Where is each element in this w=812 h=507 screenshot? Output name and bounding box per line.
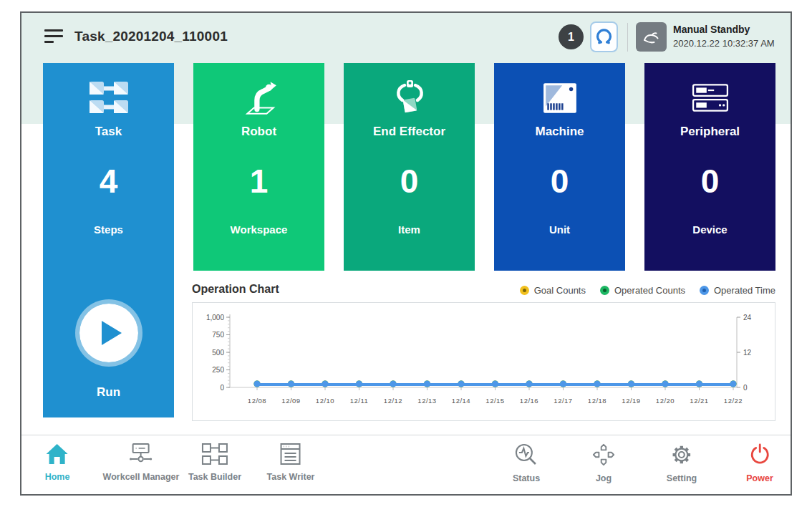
svg-text:12/13: 12/13 [417, 397, 436, 405]
svg-text:12/21: 12/21 [690, 397, 708, 405]
workcell-manager-icon [127, 443, 155, 465]
card-unit: Workspace [193, 223, 324, 236]
svg-text:12/19: 12/19 [622, 397, 640, 405]
nav-item-power[interactable]: Power [746, 443, 773, 483]
svg-text:0: 0 [220, 384, 224, 392]
task-steps-icon [43, 76, 174, 120]
svg-text:12/16: 12/16 [520, 397, 538, 405]
svg-text:12/10: 12/10 [316, 397, 334, 405]
svg-text:750: 750 [212, 331, 224, 339]
card-machine[interactable]: Machine 0 Unit [494, 63, 625, 271]
card-title: End Effector [344, 125, 475, 139]
gripper-button[interactable] [590, 21, 618, 52]
card-unit: Unit [494, 223, 625, 236]
card-title: Machine [494, 125, 625, 139]
goal-counts-dot [520, 286, 529, 295]
card-unit: Steps [43, 223, 174, 236]
play-icon [102, 321, 122, 345]
card-peripheral[interactable]: Peripheral 0 Device [644, 63, 775, 271]
legend-operated-counts: Operated Counts [600, 285, 685, 296]
card-unit: Item [344, 223, 475, 236]
svg-text:12/20: 12/20 [656, 397, 675, 405]
svg-text:1,000: 1,000 [206, 314, 224, 322]
nav-item-workcell-manager[interactable]: Workcell Manager [103, 443, 180, 482]
manual-mode-icon[interactable] [636, 22, 667, 52]
menu-icon[interactable] [44, 29, 63, 43]
operation-chart-plot: 02505007501,0000122412/0812/0912/1012/11… [193, 303, 775, 420]
svg-text:12/14: 12/14 [452, 397, 470, 405]
nav-divider [21, 435, 791, 435]
robot-mode-status: Manual Standby 2020.12.22 10:32:37 AM [673, 24, 775, 49]
card-task[interactable]: Task 4 Steps Run [43, 63, 174, 417]
card-count: 4 [43, 162, 174, 201]
card-robot[interactable]: Robot 1 Workspace [193, 63, 324, 271]
nav-item-setting[interactable]: Setting [667, 443, 697, 483]
task-writer-icon [279, 443, 303, 465]
run-label: Run [43, 385, 174, 400]
svg-text:12/18: 12/18 [588, 397, 606, 405]
end-effector-icon [344, 76, 475, 120]
peripheral-icon [644, 76, 775, 120]
chart-legend: Goal Counts Operated Counts Operated Tim… [520, 285, 775, 296]
nav-item-task-writer[interactable]: Task Writer [267, 443, 315, 482]
page-title: Task_20201204_110001 [74, 29, 228, 44]
mode-label: Manual Standby [673, 24, 775, 35]
card-count: 0 [494, 162, 625, 201]
setting-icon [669, 443, 695, 467]
operation-chart: 02505007501,0000122412/0812/0912/1012/11… [192, 302, 775, 421]
operated-counts-dot [600, 286, 609, 295]
robot-icon [193, 76, 324, 120]
nav-item-status[interactable]: Status [513, 443, 540, 483]
card-count: 0 [344, 162, 475, 201]
svg-text:12/11: 12/11 [350, 397, 369, 405]
svg-text:12/12: 12/12 [384, 397, 402, 405]
card-count: 1 [193, 162, 324, 201]
gripper-icon [594, 27, 614, 47]
card-title: Peripheral [644, 125, 775, 139]
nav-item-home[interactable]: Home [45, 443, 70, 482]
card-count: 0 [644, 162, 775, 201]
svg-text:12/08: 12/08 [248, 397, 266, 405]
nav-item-jog[interactable]: Jog [591, 443, 617, 483]
svg-text:250: 250 [212, 366, 224, 374]
status-icon [513, 443, 539, 467]
task-builder-icon [200, 443, 229, 465]
card-title: Task [43, 125, 174, 139]
card-unit: Device [644, 223, 775, 236]
notification-badge[interactable]: 1 [559, 24, 584, 49]
svg-text:12/09: 12/09 [281, 397, 300, 405]
mode-timestamp: 2020.12.22 10:32:37 AM [673, 38, 775, 49]
svg-text:24: 24 [743, 314, 752, 322]
header-divider [627, 23, 628, 52]
card-end-effector[interactable]: End Effector 0 Item [344, 63, 475, 271]
chart-title: Operation Chart [192, 283, 279, 296]
app-frame: Task_20201204_110001 1 Manual Standby 20… [20, 11, 792, 496]
svg-text:12/17: 12/17 [554, 397, 572, 405]
svg-text:0: 0 [743, 384, 748, 392]
legend-operated-time: Operated Time [700, 285, 775, 296]
card-title: Robot [193, 125, 324, 139]
svg-text:500: 500 [212, 349, 224, 357]
legend-goal-counts: Goal Counts [520, 285, 586, 296]
machine-icon [494, 76, 625, 120]
svg-text:12/22: 12/22 [724, 397, 743, 405]
home-icon [45, 443, 69, 465]
operated-time-dot [700, 286, 709, 295]
nav-item-task-builder[interactable]: Task Builder [188, 443, 241, 482]
svg-text:12/15: 12/15 [485, 397, 504, 405]
run-button[interactable] [75, 299, 142, 367]
hand-icon [642, 28, 662, 47]
jog-icon [591, 443, 617, 467]
power-icon [748, 443, 772, 467]
svg-text:12: 12 [743, 349, 752, 357]
